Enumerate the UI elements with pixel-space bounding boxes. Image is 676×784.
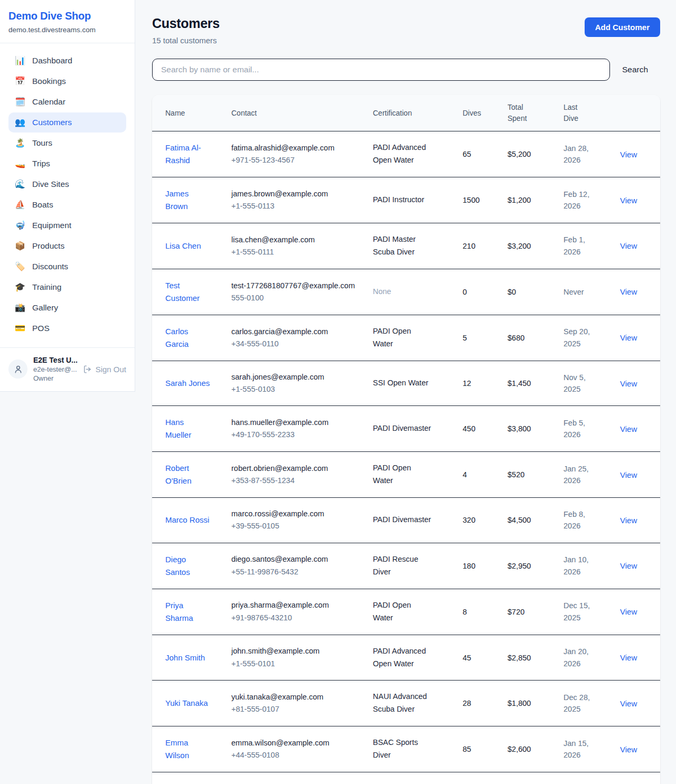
customer-name-link[interactable]: Robert O'Brien <box>165 462 211 487</box>
customer-dives: 65 <box>463 131 508 177</box>
customer-certification: NAUI Advanced Scuba Diver <box>373 681 463 726</box>
view-customer-link[interactable]: View <box>620 699 637 708</box>
customer-count: 15 total customers <box>152 36 220 45</box>
customer-name-link[interactable]: Carlos Garcia <box>165 325 211 351</box>
customer-name-link[interactable]: Priya Sharma <box>165 599 211 625</box>
table-row: Yuki Tanaka yuki.tanaka@example.com +81-… <box>152 681 660 726</box>
view-customer-link[interactable]: View <box>620 745 637 754</box>
customer-last-dive: Jan 28, 2026 <box>564 131 620 177</box>
view-customer-link[interactable]: View <box>620 561 637 570</box>
view-customer-link[interactable]: View <box>620 607 637 616</box>
customer-last-dive: Jan 25, 2026 <box>564 452 620 498</box>
customer-name-link[interactable]: Marco Rossi <box>165 514 209 526</box>
sidebar-user-footer: E2E Test U... e2e-tester@... Owner Sign … <box>0 347 135 391</box>
view-customer-link[interactable]: View <box>620 470 637 479</box>
customer-email: priya.sharma@example.com <box>231 599 367 611</box>
sidebar-item-dive-sites[interactable]: 🌊 Dive Sites <box>8 174 126 194</box>
table-header-row: Name Contact Certification Dives Total S… <box>152 95 660 131</box>
customer-dives: 95 <box>463 772 508 784</box>
customers-table-card: Name Contact Certification Dives Total S… <box>152 95 660 784</box>
customer-certification: PADI Advanced Open Water <box>373 131 463 177</box>
table-row: Emma Wilson emma.wilson@example.com +44-… <box>152 726 660 772</box>
search-input[interactable] <box>152 59 610 81</box>
customer-dives: 4 <box>463 452 508 498</box>
customer-phone: +91-98765-43210 <box>231 612 367 624</box>
view-customer-link[interactable]: View <box>620 241 637 250</box>
sidebar-item-bookings[interactable]: 📅 Bookings <box>8 71 126 91</box>
customer-phone: +81-555-0107 <box>231 703 367 715</box>
sidebar-item-pos[interactable]: 💳 POS <box>8 318 126 338</box>
sidebar-item-gallery[interactable]: 📸 Gallery <box>8 298 126 318</box>
sidebar-item-trips[interactable]: 🚤 Trips <box>8 154 126 174</box>
sidebar-item-calendar[interactable]: 🗓️ Calendar <box>8 92 126 112</box>
view-customer-link[interactable]: View <box>620 424 637 433</box>
customer-last-dive: Feb 8, 2026 <box>564 498 620 543</box>
column-header-last-dive: Last Dive <box>564 95 620 131</box>
customer-dives: 450 <box>463 406 508 452</box>
sidebar-item-boats[interactable]: ⛵ Boats <box>8 195 126 215</box>
column-header-contact: Contact <box>231 95 373 131</box>
table-row: Test Customer test-1772681807767@example… <box>152 269 660 315</box>
user-email: e2e-tester@... <box>33 365 77 373</box>
customer-total-spent: $1,200 <box>508 177 564 223</box>
view-customer-link[interactable]: View <box>620 653 637 662</box>
table-row: Sarah Jones sarah.jones@example.com +1-5… <box>152 361 660 405</box>
search-bar: Search <box>152 59 660 81</box>
customer-name-link[interactable]: Emma Wilson <box>165 736 211 762</box>
sign-out-button[interactable]: Sign Out <box>83 365 126 374</box>
customer-total-spent: $520 <box>508 452 564 498</box>
customers-icon: 👥 <box>15 118 25 127</box>
customer-certification: BSAC Sports Diver <box>373 726 463 772</box>
customer-email: fatima.alrashid@example.com <box>231 142 367 154</box>
sign-out-icon <box>83 365 92 374</box>
customer-phone: +353-87-555-1234 <box>231 475 367 487</box>
add-customer-button[interactable]: Add Customer <box>585 17 660 37</box>
customer-last-dive: Feb 5, 2026 <box>564 406 620 452</box>
sidebar-item-discounts[interactable]: 🏷️ Discounts <box>8 257 126 277</box>
customer-certification: PADI Open Water <box>373 452 463 498</box>
view-customer-link[interactable]: View <box>620 333 637 342</box>
customer-dives: 28 <box>463 681 508 726</box>
table-row: Hans Mueller hans.mueller@example.com +4… <box>152 406 660 452</box>
column-header-actions <box>620 95 660 131</box>
customer-dives: 85 <box>463 726 508 772</box>
customer-name-link[interactable]: Diego Santos <box>165 553 211 579</box>
customer-certification: None <box>373 269 463 315</box>
customer-email: yuki.tanaka@example.com <box>231 691 367 703</box>
customer-dives: 12 <box>463 361 508 405</box>
view-customer-link[interactable]: View <box>620 379 637 388</box>
sign-out-label: Sign Out <box>96 365 126 374</box>
customer-name-link[interactable]: Hans Mueller <box>165 416 211 441</box>
sidebar-item-dashboard[interactable]: 📊 Dashboard <box>8 51 126 71</box>
main-content: Customers 15 total customers Add Custome… <box>135 0 676 784</box>
customer-phone: +1-555-0103 <box>231 383 367 395</box>
customer-phone: +1-555-0113 <box>231 200 367 212</box>
customer-total-spent: $680 <box>508 315 564 361</box>
sidebar-item-products[interactable]: 📦 Products <box>8 236 126 256</box>
view-customer-link[interactable]: View <box>620 287 637 296</box>
search-button[interactable]: Search <box>610 65 660 74</box>
customer-name-link[interactable]: James Brown <box>165 187 211 213</box>
customer-phone: +971-55-123-4567 <box>231 154 367 166</box>
customer-phone: +34-555-0110 <box>231 338 367 350</box>
view-customer-link[interactable]: View <box>620 196 637 205</box>
sidebar-item-tours[interactable]: 🏝️ Tours <box>8 133 126 153</box>
customer-name-link[interactable]: Fatima Al-Rashid <box>165 141 211 167</box>
customer-last-dive: Dec 28, 2025 <box>564 681 620 726</box>
customer-name-link[interactable]: Test Customer <box>165 279 211 305</box>
shop-domain: demo.test.divestreams.com <box>8 26 126 34</box>
customer-email: diego.santos@example.com <box>231 553 367 565</box>
sidebar-item-customers[interactable]: 👥 Customers <box>8 112 126 133</box>
customer-total-spent: $720 <box>508 589 564 635</box>
customer-name-link[interactable]: Yuki Tanaka <box>165 697 208 710</box>
sidebar-item-training[interactable]: 🎓 Training <box>8 277 126 297</box>
customer-name-link[interactable]: Lisa Chen <box>165 240 201 252</box>
customer-name-link[interactable]: John Smith <box>165 651 205 664</box>
sidebar-item-equipment[interactable]: 🤿 Equipment <box>8 215 126 235</box>
shop-name: Demo Dive Shop <box>8 10 126 22</box>
customer-last-dive: Dec 15, 2025 <box>564 589 620 635</box>
customer-name-link[interactable]: Sarah Jones <box>165 377 210 390</box>
customer-last-dive: Jan 10, 2026 <box>564 543 620 589</box>
view-customer-link[interactable]: View <box>620 150 637 159</box>
view-customer-link[interactable]: View <box>620 516 637 525</box>
